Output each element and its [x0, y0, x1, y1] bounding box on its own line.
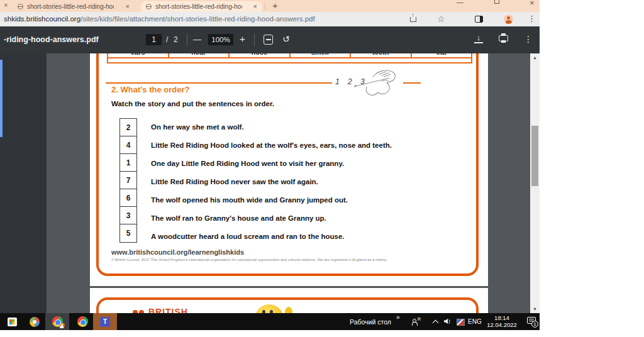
window-maximize-button[interactable] [494, 0, 499, 4]
clock-date: 12.04.2022 [482, 322, 522, 329]
hidden-icons-chevron[interactable] [433, 320, 439, 326]
list-item: 6 The wolf opened his mouth wide and Gra… [119, 191, 459, 209]
taskbar-paint-button[interactable] [23, 313, 47, 330]
list-item: 7 Little Red Riding Hood never saw the w… [119, 173, 459, 191]
section-title: 2. What's the order? [111, 85, 189, 94]
answer-box: 4 [119, 136, 137, 155]
new-tab-button[interactable]: + [272, 0, 278, 11]
rotate-icon[interactable]: ↺ [282, 34, 290, 44]
speaker-icon[interactable] [444, 319, 448, 324]
hand-writing-illustration [354, 67, 404, 101]
windows-taskbar: T Рабочий стол » R ) ENG 18:14 12.04.202… [0, 313, 540, 330]
thumbnail-sidebar [0, 53, 47, 313]
zoom-level-input[interactable]: 100% [208, 34, 233, 45]
british-council-logo: BRITISH [133, 307, 188, 313]
window-minimize-button[interactable]: — [457, 0, 464, 6]
pdf-viewer-toolbar: -riding-hood-answers.pdf 1 / 2 — 100% + … [0, 26, 540, 53]
browser-menu-icon[interactable]: ⋮ [528, 14, 536, 23]
taskbar-store-button[interactable] [0, 313, 24, 330]
language-indicator[interactable]: ENG [468, 318, 482, 325]
scroll-down-icon[interactable]: ▼ [530, 307, 540, 311]
url-domain: shkids.britishcouncil.org [4, 15, 80, 23]
fit-to-page-icon[interactable] [264, 35, 273, 45]
taskbar-teams-button[interactable]: T [93, 313, 117, 330]
toolbar-divider [187, 33, 187, 47]
footer-website-url: www.britishcouncil.org/learnenglishkids [111, 248, 244, 256]
answer-box: 1 [119, 153, 137, 172]
sentence-text: One day Little Red Riding Hood went to v… [151, 160, 344, 167]
bookmark-star-icon[interactable]: ☆ [437, 14, 445, 24]
side-panel-icon[interactable] [475, 16, 483, 23]
sentence-text: The wolf opened his mouth wide and Grann… [151, 196, 348, 204]
browser-tab-2-active[interactable]: short-stories-little-red-riding-hoo × [141, 1, 262, 12]
tab-title: short-stories-little-red-riding-hoo [27, 3, 114, 10]
chrome-icon [52, 316, 63, 327]
taskbar-chrome-button[interactable] [70, 313, 94, 330]
paint-icon [30, 317, 40, 327]
instruction-text: Watch the story and put the sentences in… [111, 100, 274, 108]
url-field[interactable]: shkids.britishcouncil.org/sites/kids/fil… [4, 15, 315, 23]
pdf-menu-icon[interactable]: ⋮ [524, 34, 533, 44]
answer-box: 2 [119, 118, 137, 137]
browser-tab-strip: × short-stories-little-red-riding-hoo × … [0, 0, 540, 12]
close-icon[interactable]: × [253, 3, 257, 10]
sentence-text: On her way she met a wolf. [151, 123, 244, 131]
notification-badge: 1 [531, 321, 538, 328]
page-separator: / [166, 35, 168, 44]
share-icon[interactable]: ↑ [410, 17, 416, 22]
list-item: 1 One day Little Red Riding Hood went to… [119, 155, 459, 173]
sentence-text: A woodcutter heard a loud scream and ran… [151, 233, 345, 240]
pdf-page-1: ears hear nose smell teeth eat 1 2 3 [90, 53, 488, 286]
vocabulary-table: ears hear nose smell teeth eat [107, 53, 472, 64]
zoom-out-button[interactable]: — [193, 35, 201, 44]
tab-separator [265, 3, 265, 9]
sentence-text: The wolf ran to Granny's house and ate G… [151, 214, 326, 222]
window-close-button[interactable]: × [530, 0, 535, 8]
people-icon-badge: R [418, 317, 421, 321]
page-total: 2 [174, 35, 178, 44]
tray-app-icon[interactable] [457, 319, 465, 326]
download-icon[interactable]: ↓ [474, 33, 483, 43]
list-item: 2 On her way she met a wolf. [119, 118, 459, 136]
teams-icon: T [100, 317, 110, 327]
page-number-input[interactable]: 1 [146, 34, 162, 45]
browser-address-bar: shkids.britishcouncil.org/sites/kids/fil… [0, 12, 540, 26]
toolbar-divider [254, 33, 255, 47]
table-cell: smell [291, 53, 352, 57]
table-cell: eat [412, 53, 472, 57]
desktop-toolbar-label[interactable]: Рабочий стол [350, 318, 391, 326]
browser-tab-1[interactable]: short-stories-little-red-riding-hoo × [13, 1, 134, 12]
tab-title: short-stories-little-red-riding-hoo [155, 3, 242, 10]
pdf-filename: -riding-hood-answers.pdf [4, 35, 99, 44]
scrollbar-thumb[interactable] [531, 126, 538, 186]
list-item: 4 Little Red Riding Hood looked at the w… [119, 136, 459, 155]
toolbar-overflow-chevron[interactable]: » [396, 314, 400, 321]
answer-box: 3 [119, 206, 137, 225]
pdf-scrollbar[interactable]: ▲ ▼ [530, 53, 540, 313]
pdf-viewer-area: ears hear nose smell teeth eat 1 2 3 [0, 53, 540, 313]
logo-text: BRITISH [148, 307, 188, 313]
microsoft-store-icon [8, 318, 17, 326]
table-cell: teeth [351, 53, 412, 57]
taskbar-chrome-profile-button[interactable] [45, 313, 69, 330]
answer-box: 7 [119, 171, 137, 190]
print-icon[interactable] [499, 35, 508, 41]
chrome-icon [77, 316, 88, 327]
desktop-screenshot: × short-stories-little-red-riding-hoo × … [0, 0, 644, 337]
zoom-in-button[interactable]: + [240, 33, 245, 44]
answer-box: 6 [119, 189, 137, 207]
pdf-page-2: BRITISH [90, 288, 488, 313]
profile-avatar[interactable] [504, 14, 513, 24]
selected-thumbnail-highlight[interactable] [0, 60, 3, 137]
section-divider-line [106, 82, 332, 84]
scroll-up-icon[interactable]: ▲ [530, 55, 540, 60]
section-divider-line-end [403, 82, 421, 84]
close-icon[interactable]: × [4, 1, 8, 9]
table-cell: hear [169, 53, 230, 57]
table-cell: nose [230, 53, 291, 57]
table-footer-row [107, 58, 472, 64]
sound-waves-icon: ) [448, 318, 450, 324]
url-path: /sites/kids/files/attachment/short-stori… [80, 15, 315, 23]
taskbar-clock[interactable]: 18:14 12.04.2022 [482, 315, 522, 328]
close-icon[interactable]: × [126, 3, 130, 10]
